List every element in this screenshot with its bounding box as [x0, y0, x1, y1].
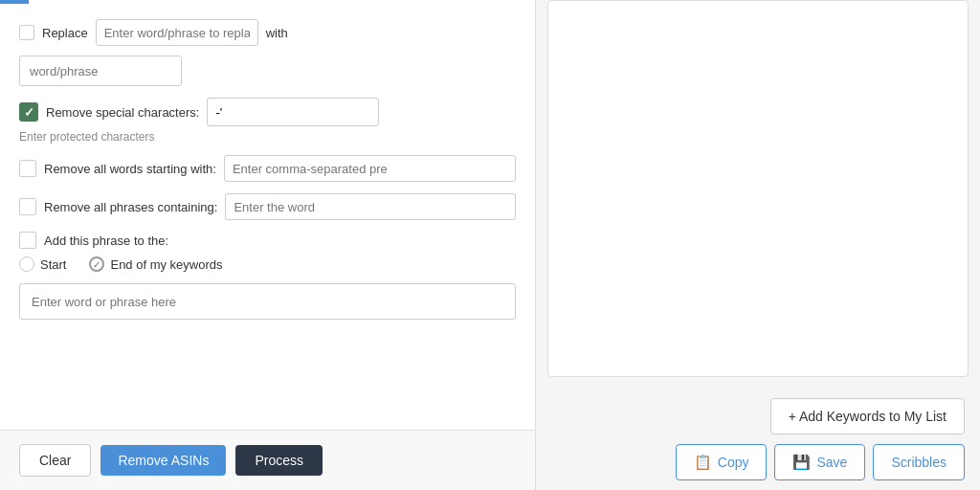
- save-label: Save: [816, 455, 847, 470]
- radio-end[interactable]: [89, 256, 104, 272]
- add-phrase-row: Add this phrase to the:: [19, 232, 516, 249]
- special-chars-row: Remove special characters:: [19, 98, 516, 126]
- right-action-row: 📋 Copy 💾 Save Scribbles: [551, 444, 965, 480]
- remove-containing-label: Remove all phrases containing:: [44, 200, 217, 214]
- replace-label: Replace: [42, 26, 88, 40]
- scribbles-button[interactable]: Scribbles: [873, 444, 965, 480]
- replace-row: Replace with: [19, 19, 516, 46]
- process-button[interactable]: Process: [235, 445, 323, 476]
- special-chars-hint: Enter protected characters: [19, 130, 516, 144]
- right-panel: + Add Keywords to My List 📋 Copy 💾 Save …: [536, 0, 980, 490]
- save-icon: 💾: [792, 454, 811, 471]
- remove-starting-label: Remove all words starting with:: [44, 162, 216, 176]
- special-chars-label: Remove special characters:: [46, 105, 199, 120]
- right-content-area: [547, 0, 969, 377]
- remove-starting-input[interactable]: [224, 155, 516, 182]
- add-phrase-label: Add this phrase to the:: [44, 234, 168, 248]
- right-bottom: + Add Keywords to My List 📋 Copy 💾 Save …: [536, 389, 980, 490]
- radio-end-item[interactable]: End of my keywords: [89, 256, 222, 272]
- copy-label: Copy: [718, 455, 749, 470]
- save-button[interactable]: 💾 Save: [774, 444, 865, 480]
- replace-input[interactable]: [96, 19, 258, 46]
- remove-containing-row: Remove all phrases containing:: [19, 193, 516, 220]
- radio-start[interactable]: [19, 256, 34, 272]
- action-bar: Clear Remove ASINs Process: [0, 430, 535, 490]
- special-chars-checkbox[interactable]: [19, 102, 38, 122]
- radio-start-item[interactable]: Start: [19, 256, 66, 272]
- radio-end-label: End of my keywords: [110, 257, 222, 272]
- add-keywords-button[interactable]: + Add Keywords to My List: [770, 398, 965, 434]
- replace-checkbox[interactable]: [19, 25, 34, 40]
- special-chars-input[interactable]: [207, 98, 379, 126]
- copy-button[interactable]: 📋 Copy: [676, 444, 768, 480]
- remove-containing-input[interactable]: [225, 193, 516, 220]
- remove-containing-checkbox[interactable]: [19, 198, 36, 215]
- phrase-input[interactable]: [19, 283, 516, 320]
- top-blue-bar: [0, 0, 29, 4]
- with-label: with: [266, 26, 288, 40]
- add-phrase-checkbox[interactable]: [19, 232, 36, 249]
- clear-button[interactable]: Clear: [19, 444, 91, 477]
- remove-asins-button[interactable]: Remove ASINs: [100, 445, 226, 476]
- radio-start-label: Start: [40, 257, 66, 272]
- remove-starting-row: Remove all words starting with:: [19, 155, 516, 182]
- remove-starting-checkbox[interactable]: [19, 160, 36, 177]
- word-phrase-input[interactable]: [19, 56, 182, 86]
- left-panel: Replace with Remove special characters: …: [0, 0, 536, 490]
- copy-icon: 📋: [694, 454, 712, 471]
- radio-row: Start End of my keywords: [19, 256, 516, 272]
